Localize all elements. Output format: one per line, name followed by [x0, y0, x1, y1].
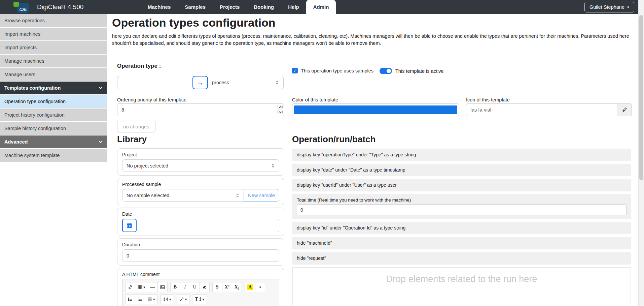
updown-arrow-icon [199, 297, 202, 302]
toggle-on-switch[interactable] [380, 68, 392, 74]
nav-help[interactable]: Help [281, 0, 306, 14]
date-card: Date [117, 208, 284, 236]
image-icon [160, 285, 165, 289]
nav-admin[interactable]: Admin [306, 0, 336, 14]
operation-type-select[interactable]: process [208, 76, 284, 89]
color-swatch [294, 105, 457, 114]
user-name: Guilet Stephane [589, 4, 624, 10]
icon-input[interactable] [466, 103, 617, 116]
sort-updown-icon [275, 80, 279, 85]
uses-samples-label: This operation type uses samples [301, 68, 373, 73]
font-size-dropdown[interactable]: 14 ▾ [160, 294, 174, 304]
caret-down-icon: ▾ [153, 298, 155, 301]
sort-updown-icon [271, 163, 275, 168]
operation-type-label: Operation type : [117, 63, 161, 69]
italic-button[interactable]: I [180, 282, 190, 292]
strikethrough-button[interactable]: S [212, 282, 222, 292]
operation-type-input[interactable] [117, 76, 193, 89]
logo-c2n-badge: C2N [17, 3, 29, 13]
line-height-dropdown[interactable]: T ▾ [192, 294, 207, 304]
duration-input[interactable] [122, 249, 279, 262]
link-button[interactable] [125, 282, 135, 292]
style-magic-dropdown[interactable]: ▾ [177, 294, 190, 304]
sidebar-item-browse-operations[interactable]: Browse operations [0, 14, 107, 27]
chevron-down-icon [99, 86, 103, 90]
operation-type-submit-button[interactable]: → [192, 76, 208, 89]
total-time-input[interactable] [297, 204, 627, 215]
run-rule-row[interactable]: display key "id" under "Operation Id" as… [292, 222, 631, 234]
unordered-list-icon [128, 297, 133, 302]
nav-machines[interactable]: Machines [141, 0, 178, 14]
sidebar-group-templates-configuration[interactable]: Templates configuration [0, 82, 107, 94]
calendar-picker-button[interactable] [122, 219, 137, 232]
bold-button[interactable]: B [170, 282, 180, 292]
sidebar-item-import-machines[interactable]: Import machines [0, 28, 107, 40]
unordered-list-button[interactable] [125, 294, 135, 304]
sidebar-item-manage-machines[interactable]: Manage machines [0, 55, 107, 67]
scrollbar-thumb[interactable] [639, 15, 643, 180]
caret-down-icon: ▾ [185, 298, 187, 301]
html-comment-label: A HTML comment [122, 272, 279, 277]
logo-green-square [13, 2, 19, 7]
underline-button[interactable]: U [190, 282, 200, 292]
sidebar-item-import-projects[interactable]: Import projects [0, 41, 107, 54]
superscript-button[interactable]: X² [222, 282, 232, 292]
font-color-button[interactable]: A [245, 282, 255, 292]
nav-samples[interactable]: Samples [178, 0, 213, 14]
scrollbar-track[interactable] [638, 0, 644, 306]
run-rule-row[interactable]: display key "operationType" under "Type"… [292, 149, 631, 161]
uses-samples-checkbox-row[interactable]: ✓ This operation type uses samples [292, 68, 373, 73]
ordered-list-icon [138, 297, 142, 302]
icon-label: Icon of this template [466, 97, 510, 102]
image-button[interactable] [157, 282, 168, 292]
total-time-card: Total time (Real time you need to work w… [292, 194, 631, 219]
toggle-knob [387, 69, 391, 73]
font-color-dropdown[interactable]: ▾ [255, 282, 265, 292]
priority-input[interactable] [117, 103, 284, 116]
no-changes-button[interactable]: no changes [117, 121, 155, 132]
horizontal-rule-button[interactable]: — [148, 282, 158, 292]
spinner-up-button[interactable] [278, 105, 283, 109]
color-picker-input[interactable] [292, 103, 459, 116]
run-dropzone[interactable]: Drop elements related to the run here [292, 267, 631, 305]
caret-down-icon: ▾ [169, 298, 171, 301]
caret-down-icon: ▾ [627, 5, 629, 9]
template-active-toggle-row[interactable]: This template is active [380, 68, 443, 74]
caret-down-icon: ▾ [259, 285, 261, 289]
run-rule-row[interactable]: display key "date" under "Date" as a typ… [292, 164, 631, 176]
new-sample-button[interactable]: New sample [244, 189, 279, 202]
sidebar-item-project-history-configuration[interactable]: Project history configuration [0, 109, 107, 121]
admin-sidebar: Browse operations Import machines Import… [0, 14, 107, 162]
sidebar-item-operation-type-configuration[interactable]: Operation type configuration [0, 95, 107, 108]
clear-format-button[interactable] [200, 282, 210, 292]
library-column: Project No project selected Processed sa… [117, 148, 284, 306]
magic-wand-icon [179, 297, 184, 302]
user-menu-button[interactable]: Guilet Stephane ▾ [584, 2, 634, 12]
sidebar-group-advanced[interactable]: Advanced [0, 135, 107, 148]
table-icon [138, 285, 142, 289]
project-select[interactable]: No project selected [122, 159, 279, 172]
sidebar-item-manage-users[interactable]: Manage users [0, 68, 107, 81]
subscript-button[interactable]: X₂ [232, 282, 242, 292]
spinner-down-button[interactable] [278, 110, 283, 114]
paragraph-align-button[interactable]: ▾ [145, 294, 158, 304]
calendar-icon [127, 223, 132, 228]
nav-projects[interactable]: Projects [213, 0, 247, 14]
icon-preview-button[interactable] [617, 103, 632, 116]
project-label: Project [122, 152, 279, 157]
sidebar-item-machine-system-template[interactable]: Machine system template [0, 149, 107, 162]
nav-booking[interactable]: Booking [247, 0, 281, 14]
editor-toolbar: ▾ — B I U [122, 279, 279, 306]
ordered-list-button[interactable] [135, 294, 145, 304]
sample-select[interactable]: No sample selected [122, 189, 244, 202]
date-input[interactable] [136, 219, 279, 232]
run-rule-row[interactable]: hide "machineId" [292, 237, 631, 249]
checkbox-checked-icon[interactable]: ✓ [292, 68, 298, 73]
sort-updown-icon [236, 193, 240, 198]
run-rule-row[interactable]: display key "userId" under "User" as a t… [292, 179, 631, 191]
library-heading: Library [117, 134, 147, 145]
run-rule-row[interactable]: hide "request" [292, 252, 631, 265]
main-menu: Machines Samples Projects Booking Help A… [141, 0, 336, 14]
table-button[interactable]: ▾ [135, 282, 148, 292]
sidebar-item-sample-history-configuration[interactable]: Sample history configuration [0, 122, 107, 135]
